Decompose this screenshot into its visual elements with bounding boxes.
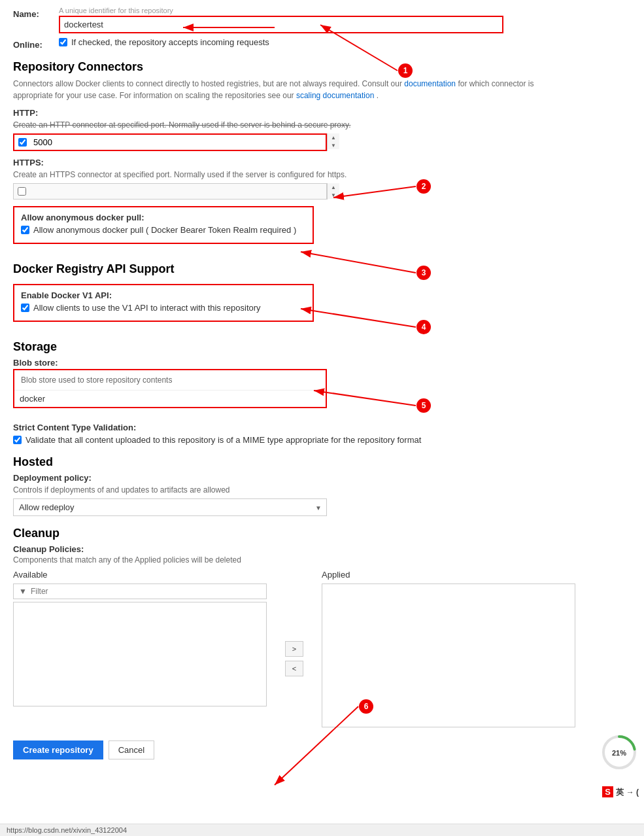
filter-wrapper: ▼	[13, 583, 267, 599]
https-port-wrapper	[13, 183, 327, 200]
cleanup-available-panel: Available ▼	[13, 570, 267, 727]
enable-v1-row[interactable]: Allow clients to use the V1 API to inter…	[21, 303, 306, 313]
create-repository-button[interactable]: Create repository	[13, 740, 103, 759]
blob-store-select[interactable]: docker	[14, 390, 326, 407]
blob-store-label: Blob store:	[13, 358, 575, 368]
strict-content-text: Validate that all content uploaded to th…	[25, 435, 421, 445]
applied-list	[322, 583, 575, 727]
transfer-right-btn[interactable]: >	[285, 641, 303, 657]
deployment-policy-label: Deployment policy:	[13, 473, 575, 483]
online-description: If checked, the repository accepts incom…	[71, 37, 269, 47]
anonymous-pull-checkbox[interactable]	[21, 226, 29, 234]
cancel-button[interactable]: Cancel	[109, 740, 154, 759]
http-description: Create an HTTP connector at specified po…	[13, 120, 575, 130]
storage-heading: Storage	[13, 340, 575, 354]
strict-content-checkbox[interactable]	[13, 436, 22, 444]
connectors-description: Connectors allow Docker clients to conne…	[13, 78, 575, 101]
progress-text: 21%	[612, 749, 626, 757]
progress-circle: 21%	[601, 734, 637, 771]
name-placeholder-text: A unique identifier for this repository	[59, 7, 575, 14]
http-spinner-up[interactable]: ▲	[328, 133, 339, 141]
documentation-link[interactable]: documentation	[404, 79, 456, 88]
cleanup-policies-container: Available ▼ > < Applied	[13, 570, 575, 727]
blob-store-desc: Blob store used to store repository cont…	[14, 375, 326, 387]
enable-v1-text: Allow clients to use the V1 API to inter…	[33, 303, 261, 313]
anonymous-pull-text: Allow anonymous docker pull ( Docker Bea…	[33, 225, 296, 235]
deployment-policy-select[interactable]: Allow redeploy Disable redeploy Read-onl…	[13, 498, 327, 516]
enable-v1-section: Enable Docker V1 API: Allow clients to u…	[13, 284, 314, 322]
http-checkbox[interactable]	[18, 138, 27, 147]
https-port-input[interactable]	[30, 184, 326, 199]
available-label: Available	[13, 570, 267, 580]
online-label: Online:	[13, 37, 59, 50]
http-spinner-down[interactable]: ▼	[328, 141, 339, 149]
https-spinner-up[interactable]: ▲	[328, 183, 339, 191]
enable-v1-checkbox[interactable]	[21, 304, 29, 312]
enable-v1-label: Enable Docker V1 API:	[21, 290, 306, 300]
cleanup-policies-desc: Components that match any of the Applied…	[13, 555, 575, 565]
filter-icon: ▼	[19, 587, 27, 596]
strict-content-row[interactable]: Validate that all content uploaded to th…	[13, 435, 575, 445]
docker-registry-heading: Docker Registry API Support	[13, 262, 575, 276]
https-spinner-down[interactable]: ▼	[328, 191, 339, 199]
transfer-buttons: > <	[280, 589, 309, 727]
http-port-input[interactable]	[31, 135, 326, 150]
anonymous-pull-row[interactable]: Allow anonymous docker pull ( Docker Bea…	[21, 225, 306, 235]
url-text: https://blog.csdn.net/xivxin_43122004	[7, 826, 127, 834]
online-checkbox[interactable]	[59, 38, 67, 46]
scaling-link[interactable]: scaling documentation	[296, 91, 374, 100]
transfer-left-btn[interactable]: <	[285, 661, 303, 676]
http-spinner: ▲ ▼	[327, 133, 339, 151]
blob-store-section: Blob store used to store repository cont…	[13, 369, 327, 408]
https-label: HTTPS:	[13, 158, 575, 167]
cleanup-heading: Cleanup	[13, 527, 575, 540]
anonymous-pull-section: Allow anonymous docker pull: Allow anony…	[13, 206, 314, 244]
available-list	[13, 602, 267, 706]
progress-circle-container: 21%	[601, 734, 637, 771]
filter-input[interactable]	[31, 587, 261, 596]
bottom-buttons: Create repository Cancel	[13, 740, 575, 759]
cleanup-policies-label: Cleanup Policies:	[13, 544, 575, 554]
http-port-wrapper	[13, 133, 327, 151]
name-label: Name:	[13, 7, 59, 19]
anonymous-pull-label: Allow anonymous docker pull:	[21, 213, 306, 222]
http-label: HTTP:	[13, 108, 575, 118]
csdn-logo: S 英 → (	[602, 786, 639, 798]
repo-connectors-heading: Repository Connectors	[13, 60, 575, 74]
deployment-select-wrapper: Allow redeploy Disable redeploy Read-onl…	[13, 498, 327, 516]
https-checkbox[interactable]	[18, 187, 26, 196]
strict-content-label: Strict Content Type Validation:	[13, 423, 575, 432]
deployment-policy-desc: Controls if deployments of and updates t…	[13, 485, 575, 495]
name-input[interactable]	[59, 16, 503, 33]
applied-label: Applied	[322, 570, 575, 580]
cleanup-applied-panel: Applied	[322, 570, 575, 727]
https-spinner: ▲ ▼	[327, 183, 339, 200]
hosted-heading: Hosted	[13, 455, 575, 469]
url-bar: https://blog.csdn.net/xivxin_43122004	[0, 824, 644, 836]
https-description: Create an HTTPS connector at specified p…	[13, 170, 575, 179]
